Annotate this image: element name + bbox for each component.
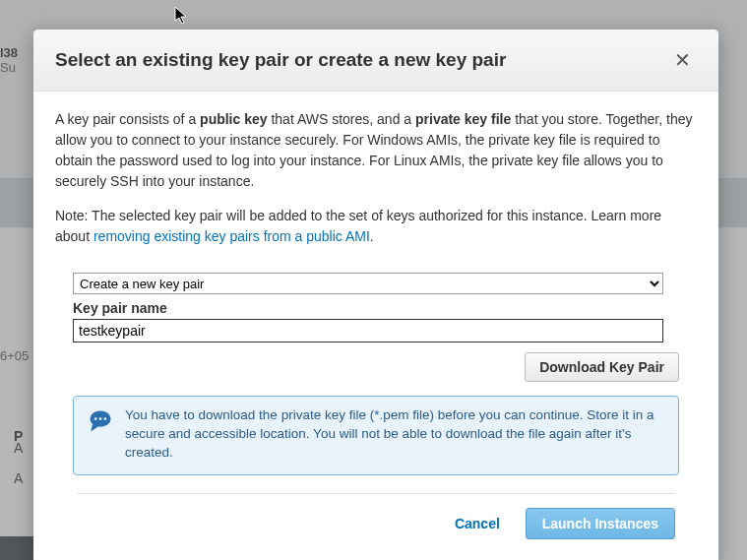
desc-text: that AWS stores, and a bbox=[268, 111, 415, 127]
modal-footer: Cancel Launch Instances bbox=[77, 493, 675, 555]
keypair-action-select[interactable]: Create a new key pair bbox=[73, 273, 663, 294]
modal-header: Select an existing key pair or create a … bbox=[33, 30, 718, 92]
keypair-modal: Select an existing key pair or create a … bbox=[33, 30, 718, 560]
description-paragraph-2: Note: The selected key pair will be adde… bbox=[55, 206, 697, 247]
modal-title: Select an existing key pair or create a … bbox=[55, 49, 506, 71]
download-row: Download Key Pair bbox=[55, 352, 679, 382]
keypair-select-row: Create a new key pair bbox=[73, 273, 697, 294]
info-box: You have to download the private key fil… bbox=[73, 396, 679, 475]
svg-point-2 bbox=[99, 417, 102, 420]
info-text: You have to download the bbox=[125, 407, 281, 422]
svg-point-3 bbox=[103, 417, 106, 420]
svg-point-1 bbox=[94, 417, 97, 420]
info-message: You have to download the private key fil… bbox=[125, 406, 664, 463]
remove-keypairs-link[interactable]: removing existing key pairs from a publi… bbox=[93, 228, 370, 244]
close-icon[interactable]: ✕ bbox=[668, 46, 697, 74]
keypair-name-label: Key pair name bbox=[73, 300, 697, 316]
download-keypair-button[interactable]: Download Key Pair bbox=[525, 352, 679, 382]
private-key-term: private key file bbox=[415, 111, 511, 127]
public-key-term: public key bbox=[200, 111, 267, 127]
info-bubble-icon bbox=[88, 408, 113, 434]
info-text: (*.pem file) before you can continue. bbox=[366, 407, 587, 422]
desc-text: A key pair consists of a bbox=[55, 111, 200, 127]
desc-text: . bbox=[370, 228, 374, 244]
form-area: Create a new key pair Key pair name Down… bbox=[33, 271, 718, 560]
keypair-name-input[interactable] bbox=[73, 319, 663, 342]
modal-body: A key pair consists of a public key that… bbox=[33, 92, 718, 271]
launch-instances-button[interactable]: Launch Instances bbox=[526, 508, 675, 539]
description-paragraph-1: A key pair consists of a public key that… bbox=[55, 109, 697, 192]
info-bold: private key file bbox=[281, 407, 366, 422]
cancel-button[interactable]: Cancel bbox=[439, 509, 516, 538]
